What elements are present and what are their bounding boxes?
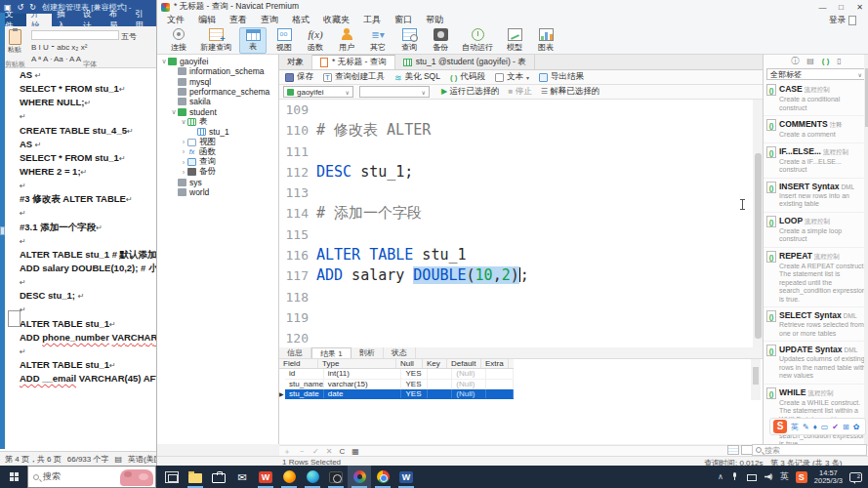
taskbar-search-box[interactable]: 搜索 [27, 466, 156, 488]
font-style-controls[interactable]: B I U ⁃ abc x₂ x² [31, 43, 87, 52]
result-grid[interactable]: FieldTypeNullKeyDefaultExtraidint(11)YES… [279, 359, 514, 399]
tree-item-视图[interactable]: ›视图 [157, 137, 278, 146]
add-record-icon[interactable]: ＋ [283, 446, 291, 457]
tree-expand-icon[interactable]: › [180, 139, 187, 145]
result-tab-剖析[interactable]: 剖析 [351, 347, 384, 358]
proofing-icon[interactable]: ▤ [115, 455, 123, 464]
tree-item-gaoyifei[interactable]: ∨gaoyifei [157, 57, 278, 66]
delete-record-icon[interactable]: － [298, 446, 306, 457]
discard-icon[interactable]: ✕ [326, 447, 333, 456]
menu-文件[interactable]: 文件 [160, 14, 191, 26]
table-row[interactable]: idint(11)YES(Null) [285, 369, 514, 379]
grid-cell[interactable] [486, 369, 514, 378]
text-view-button[interactable]: 文本▾ [495, 71, 529, 83]
history-icon[interactable]: ▯ [837, 57, 841, 65]
grid-cell[interactable]: (Null) [452, 389, 486, 398]
tree-expand-icon[interactable]: › [180, 148, 187, 155]
toolbar-chart-button[interactable]: 图表 [532, 27, 559, 54]
tree-item-performance_schema[interactable]: performance_schema [157, 87, 278, 97]
editor-scrollbar-thumb[interactable] [755, 153, 762, 339]
snippet-item-COMMENTS[interactable]: ()COMMENTS注释Create a comment [764, 116, 868, 143]
grid-cell[interactable] [486, 380, 514, 388]
grid-header-Extra[interactable]: Extra [481, 359, 509, 368]
grid-header-Null[interactable]: Null [396, 359, 423, 368]
toolbar-view-button[interactable]: 视图 [270, 27, 298, 54]
taskbar-app-wps[interactable]: W [254, 466, 277, 488]
result-tab-信息[interactable]: 信息 [279, 347, 311, 358]
check-icon[interactable]: ✔ [832, 423, 839, 431]
grid-cell[interactable]: id [285, 369, 324, 378]
snippet-item-CASE[interactable]: ()CASE流程控制Create a conditional construct [764, 81, 868, 116]
tree-item-world[interactable]: world [157, 187, 278, 197]
sql-editor[interactable]: 109110# 修改表 ALTER111112DESC stu_1;113114… [279, 100, 753, 347]
menu-帮助[interactable]: 帮助 [419, 14, 450, 26]
grid-cell[interactable]: int(11) [324, 369, 402, 378]
word-count[interactable]: 66/933 个字 [67, 454, 109, 465]
menu-编辑[interactable]: 编辑 [191, 14, 223, 26]
toolbar-function-button[interactable]: f(x)函数 [302, 27, 329, 54]
sogou-logo-icon[interactable]: S [773, 420, 787, 433]
tree-item-表[interactable]: ∨表 [157, 117, 278, 127]
grid-cell[interactable]: date [324, 389, 402, 398]
code-snippet-button[interactable]: ( )代码段 [450, 71, 485, 83]
tree-expand-icon[interactable]: ∨ [160, 58, 168, 65]
snippet-item-UPDATE Syntax[interactable]: ()UPDATE SyntaxDMLUpdates columns of exi… [764, 342, 868, 385]
snippet-scrollbar[interactable] [864, 55, 868, 444]
run-selected-button[interactable]: ▶ 运行已选择的 [441, 86, 500, 98]
grid-cell[interactable]: (Null) [452, 380, 486, 388]
table-row[interactable]: ▶stu_datedateYES(Null) [285, 389, 514, 399]
tray-expand-icon[interactable]: ∧ [718, 472, 723, 481]
query-builder-button[interactable]: T查询创建工具 [323, 71, 385, 83]
database-select[interactable]: ∨ [359, 86, 430, 98]
editor-scrollbar[interactable] [753, 100, 763, 347]
result-tab-结果 1[interactable]: 结果 1 [311, 347, 351, 358]
toolbar-more-button[interactable]: ≣▾其它 [364, 27, 392, 54]
start-button[interactable] [0, 466, 27, 488]
taskbar-app-file-explorer[interactable] [184, 466, 207, 488]
tree-item-备份[interactable]: ›备份 [157, 167, 278, 177]
grid-header-Key[interactable]: Key [423, 359, 447, 368]
grid-header-Field[interactable]: Field [279, 359, 318, 368]
snippet-item-IF...ELSE...[interactable]: ()IF...ELSE...流程控制Create a IF...ELSE... … [764, 143, 868, 179]
grid-scrollbar-thumb[interactable] [753, 367, 759, 385]
taskbar-app-word[interactable]: W [394, 466, 418, 488]
tree-item-stu_1[interactable]: stu_1 [157, 127, 278, 137]
menu-查询[interactable]: 查询 [254, 14, 285, 26]
toolbar-query-button[interactable]: 查询 [395, 27, 423, 54]
toolbar-user-button[interactable]: 用户 [333, 27, 360, 54]
grid-cell[interactable]: stu_name [285, 380, 324, 388]
keyboard-icon[interactable]: ▭ [821, 423, 829, 431]
menu-格式[interactable]: 格式 [285, 14, 316, 26]
search-highlight-image[interactable] [120, 469, 153, 486]
taskbar-app-task-view[interactable] [160, 466, 184, 488]
language-mode-icon[interactable]: 英 [791, 422, 799, 432]
pen-icon[interactable]: ✎ [803, 423, 809, 431]
notes-icon[interactable]: ▤ [806, 57, 814, 65]
grid-cell[interactable] [428, 380, 452, 388]
info-icon[interactable]: ⓘ [791, 56, 799, 66]
tree-expand-icon[interactable]: ∨ [170, 108, 178, 116]
apply-icon[interactable]: ✓ [312, 447, 319, 456]
word-tab-布局[interactable]: 布局 [104, 14, 131, 26]
grid-cell[interactable] [486, 389, 514, 398]
word-document[interactable]: AS ↵SELECT * FROM stu_1↵WHERE NULL;↵↵CRE… [5, 68, 156, 444]
snippet-icon[interactable]: ( ) [822, 57, 830, 65]
notification-icon[interactable]: 2 [849, 472, 862, 482]
grid-header-Default[interactable]: Default [447, 359, 481, 368]
tree-item-sakila[interactable]: sakila [157, 97, 278, 106]
tab-* 无标题 - 查询[interactable]: * 无标题 - 查询 [312, 55, 395, 69]
toolbar-automation-button[interactable]: 自动运行 [458, 27, 497, 54]
minimize-button[interactable]: — [813, 0, 832, 14]
word-tab-开始[interactable]: 开始 [26, 14, 53, 26]
connection-select[interactable]: gaoyifei ∨ [283, 86, 353, 98]
mic-icon[interactable]: ♦ [813, 423, 817, 431]
result-search-box[interactable]: 搜索 [752, 444, 867, 456]
tree-item-mysql[interactable]: mysql [157, 77, 278, 87]
grid-view-toggle[interactable] [727, 445, 739, 455]
tree-expand-icon[interactable]: › [180, 169, 187, 176]
toolbar-new-query-button[interactable]: 新建查询 [196, 27, 235, 54]
close-button[interactable]: ✕ [850, 0, 868, 14]
toolbar-model-button[interactable]: 模型 [501, 27, 528, 54]
menu-收藏夹[interactable]: 收藏夹 [316, 14, 356, 26]
table-row[interactable]: stu_namevarchar(15)YES(Null) [285, 380, 514, 389]
